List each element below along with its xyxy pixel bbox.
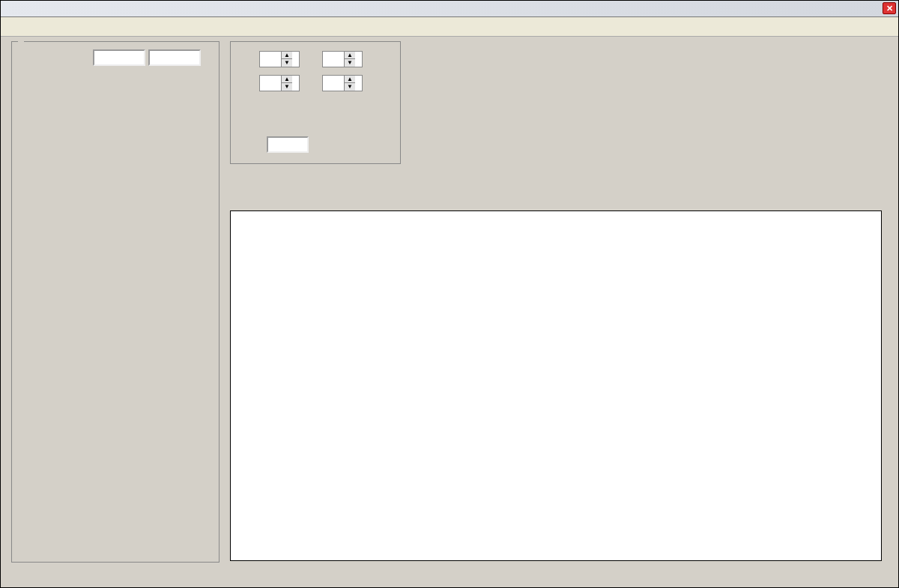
input-A[interactable] — [323, 52, 344, 67]
spin-A[interactable]: ▲▼ — [322, 51, 363, 67]
N-up[interactable]: ▲ — [282, 52, 292, 59]
truss-diagram — [231, 211, 883, 562]
Np-down[interactable]: ▼ — [282, 83, 292, 91]
input-N[interactable] — [260, 52, 281, 67]
sizes-group — [11, 41, 220, 563]
N-down[interactable]: ▼ — [282, 59, 292, 67]
B-up[interactable]: ▲ — [345, 76, 355, 83]
spin-Np[interactable]: ▲▼ — [259, 75, 300, 91]
app-window: ✕ — [0, 0, 899, 588]
spin-B[interactable]: ▲▼ — [322, 75, 363, 91]
truss-canvas — [230, 210, 882, 561]
params-group: ▲▼ ▲▼ ▲▼ ▲▼ — [230, 41, 401, 164]
extra-h2[interactable] — [148, 49, 201, 66]
A-up[interactable]: ▲ — [345, 52, 355, 59]
titlebar: ✕ — [1, 1, 898, 17]
loads-panel — [413, 49, 888, 82]
input-angleB[interactable] — [267, 136, 309, 153]
input-Np[interactable] — [260, 76, 281, 91]
menubar — [1, 17, 898, 37]
spin-N[interactable]: ▲▼ — [259, 51, 300, 67]
A-down[interactable]: ▼ — [345, 59, 355, 67]
close-button[interactable]: ✕ — [883, 2, 896, 14]
client-area: ▲▼ ▲▼ ▲▼ ▲▼ — [1, 37, 898, 587]
B-down[interactable]: ▼ — [345, 83, 355, 91]
input-B[interactable] — [323, 76, 344, 91]
extra-h1[interactable] — [93, 49, 145, 66]
Np-up[interactable]: ▲ — [282, 76, 292, 83]
